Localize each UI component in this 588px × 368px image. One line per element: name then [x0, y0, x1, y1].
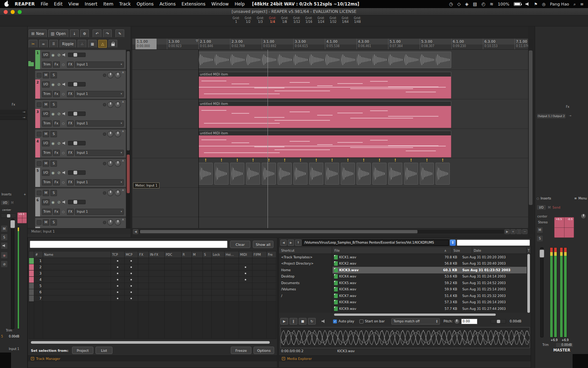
- menu-extensions[interactable]: Extensions: [182, 1, 205, 7]
- tm-col-m[interactable]: M: [192, 251, 203, 258]
- file-row-kick5-wav[interactable]: KICK5.wav59.2 KBSun Aug 31 01:24:52 2003: [333, 280, 527, 286]
- file-row-kick2-wav[interactable]: KICK2.wav56.8 KBSun Aug 31 01:20:40 2003: [333, 261, 527, 267]
- leftstrip-fader-thumb[interactable]: [10, 220, 15, 228]
- grid-option-1-16[interactable]: Grid:1/16: [304, 17, 313, 24]
- master-pan-display[interactable]: +0.5 -0.5: [554, 217, 574, 238]
- kick-audio-item[interactable]: !: [404, 158, 418, 186]
- solo-button[interactable]: S: [50, 190, 57, 196]
- leftstrip-mute-button[interactable]: M: [1, 225, 8, 232]
- shortcut-item[interactable]: <Project Directory>: [279, 261, 332, 267]
- input-selector[interactable]: Input 1▾: [75, 209, 124, 215]
- lock-button[interactable]: [108, 40, 117, 48]
- kick-audio-item[interactable]: !: [356, 158, 371, 186]
- close-tab-icon[interactable]: ×: [282, 357, 285, 360]
- shortcut-item[interactable]: Home: [279, 267, 332, 273]
- pan-knob[interactable]: [107, 160, 114, 167]
- time-machine-icon[interactable]: ◴: [481, 1, 485, 7]
- kick-audio-item[interactable]: !: [293, 158, 308, 186]
- trim-button[interactable]: Trim: [42, 120, 52, 127]
- input-selector[interactable]: Input 1▾: [75, 61, 124, 68]
- menu-view[interactable]: View: [68, 1, 79, 7]
- kick-audio-item[interactable]: !: [214, 158, 229, 186]
- trim-button[interactable]: Trim: [42, 179, 52, 185]
- zoom-window-button[interactable]: [18, 10, 22, 14]
- redo-button[interactable]: ↷: [103, 29, 112, 38]
- kick-audio-item[interactable]: !: [230, 158, 244, 186]
- fx-button[interactable]: Fx: [53, 61, 60, 68]
- save-project-button[interactable]: ↓: [70, 29, 79, 38]
- media-explorer-tab[interactable]: Media Explorer: [287, 357, 312, 361]
- options-button[interactable]: Options: [254, 347, 274, 354]
- kick-audio-item[interactable]: !: [246, 158, 260, 186]
- master-fx-label[interactable]: Fx: [566, 105, 569, 109]
- track-manager-tab[interactable]: Track Manager: [36, 357, 60, 361]
- track-manager-row-7[interactable]: 7: [29, 296, 276, 302]
- snap-button[interactable]: ∴: [78, 40, 86, 48]
- io-button[interactable]: I/O: [42, 199, 50, 205]
- monitor-icon[interactable]: ⊘: [57, 112, 61, 116]
- kick-audio-item[interactable]: !: [341, 158, 355, 186]
- ruler-mark-4.1.00[interactable]: 4.1.000:05.538: [325, 39, 340, 50]
- file-row-kick3-wav[interactable]: KICK3.wav60.1 KBSun Aug 31 01:23:52 2003: [333, 267, 527, 273]
- track-folder-button[interactable]: [37, 161, 42, 166]
- fx-button[interactable]: Fx: [53, 179, 60, 185]
- track-folder-button[interactable]: [37, 102, 42, 107]
- tm-col-infx[interactable]: IN-FX: [149, 251, 165, 258]
- file-list-hscrollbar[interactable]: [334, 314, 496, 316]
- file-row-kick8-wav[interactable]: KICK8.wav57.3 KBSun Aug 31 01:26:14 2003: [333, 299, 527, 306]
- send-slot[interactable]: →: [0, 115, 28, 120]
- preview-pause-button[interactable]: ‖: [290, 318, 297, 325]
- master-io-button[interactable]: I/O: [537, 205, 546, 210]
- master-solo-button[interactable]: S: [537, 235, 543, 242]
- track-folder-button[interactable]: [37, 73, 42, 78]
- fx-power-icon[interactable]: ○: [61, 181, 66, 184]
- master-name[interactable]: MASTER: [535, 348, 588, 352]
- track-manager-row-1[interactable]: 1: [29, 258, 276, 264]
- mute-button[interactable]: M: [43, 102, 49, 108]
- kick-audio-item[interactable]: !: [277, 158, 292, 186]
- pan-knob[interactable]: [107, 72, 114, 78]
- zoom-in-button[interactable]: +: [510, 229, 516, 234]
- solo-button[interactable]: S: [50, 160, 57, 167]
- close-window-button[interactable]: [4, 10, 8, 14]
- tcp-track-4[interactable]: 4MSAI/O◉⊘TrimFx○FXInput 1▾: [35, 129, 126, 158]
- start-on-bar-checkbox[interactable]: [359, 319, 363, 323]
- fx-chain-button[interactable]: FX: [67, 150, 74, 156]
- ruler-mark-5.1.00[interactable]: 5.1.000:07.384: [388, 39, 403, 50]
- tm-col-tcp[interactable]: TCP: [111, 251, 125, 258]
- control-center-icon[interactable]: ≡: [580, 2, 584, 7]
- kick-audio-item[interactable]: !: [372, 158, 387, 186]
- track-manager-row-4[interactable]: 4: [29, 277, 276, 283]
- record-arm-icon[interactable]: ◉: [51, 141, 55, 145]
- leftstrip-volume-value[interactable]: 0.00dB: [9, 335, 19, 338]
- midi-item[interactable]: untitled MIDI item: [198, 131, 451, 158]
- midi-item[interactable]: untitled MIDI item: [198, 101, 451, 128]
- new-project-button[interactable]: ⊞New: [29, 29, 47, 38]
- shortcut-column-header[interactable]: Shortcut: [279, 247, 332, 254]
- autoplay-checkbox[interactable]: ✓: [333, 319, 337, 323]
- inserts-power-icon[interactable]: ○: [537, 197, 539, 200]
- master-stereo-label[interactable]: Stereo: [538, 221, 548, 224]
- track-filter-input[interactable]: [30, 241, 227, 248]
- scroll-grip[interactable]: ⋮: [516, 229, 521, 234]
- width-knob[interactable]: [115, 190, 121, 196]
- mute-button[interactable]: M: [43, 219, 49, 226]
- pitch-value-input[interactable]: 0.00: [461, 319, 477, 324]
- menu-help[interactable]: Help: [234, 1, 244, 7]
- waveform-preview[interactable]: [280, 327, 530, 348]
- ruler-mark-1.1.00[interactable]: 1.1.000:00.000: [135, 39, 157, 50]
- grid-option-1-4[interactable]: Grid:1/4: [268, 17, 277, 24]
- track-manager-row-3[interactable]: 3: [29, 270, 276, 277]
- grid-option-1-2[interactable]: Grid:1/2: [244, 17, 253, 24]
- tcp-vscrollbar[interactable]: [126, 50, 130, 228]
- io-button[interactable]: I/O: [42, 52, 50, 58]
- fx-power-icon[interactable]: ○: [61, 92, 66, 96]
- clock-icon[interactable]: ◷: [449, 1, 453, 7]
- input-selector[interactable]: Input 1▾: [75, 150, 124, 156]
- menu-insert[interactable]: Insert: [85, 1, 97, 7]
- menu-edit[interactable]: Edit: [54, 1, 62, 7]
- menu-options[interactable]: Options: [137, 1, 154, 7]
- speaker-icon[interactable]: [62, 83, 66, 86]
- grid-option-1-24[interactable]: Grid:1/24: [316, 17, 326, 24]
- tm-col-pdc[interactable]: PDC: [165, 251, 182, 258]
